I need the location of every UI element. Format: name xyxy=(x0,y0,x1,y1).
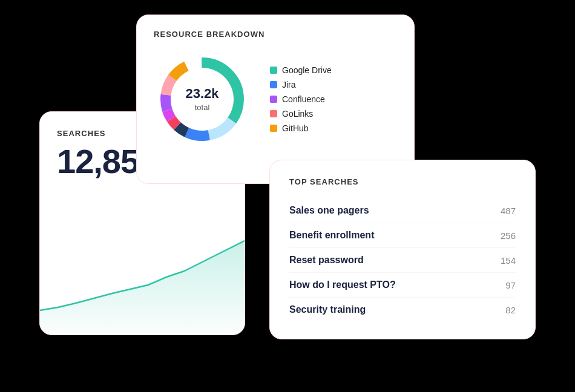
legend-item-jira: Jira xyxy=(270,80,332,90)
donut-number: 23.2k xyxy=(185,86,218,102)
search-rows: Sales one pagers 487 Benefit enrollment … xyxy=(289,198,516,322)
legend-item-confluence: Confluence xyxy=(270,94,332,104)
legend-item-googledrive: Google Drive xyxy=(270,65,332,75)
legend-label-golinks: GoLinks xyxy=(282,109,313,119)
resource-breakdown-card: RESOURCE BREAKDOWN xyxy=(136,15,415,184)
search-term-1: Sales one pagers xyxy=(289,205,369,216)
top-searches-card: TOP SEARCHES Sales one pagers 487 Benefi… xyxy=(269,160,536,339)
legend-dot-jira xyxy=(270,81,277,88)
chart-area xyxy=(40,214,245,335)
search-term-4: How do I request PTO? xyxy=(289,279,396,290)
donut-total-label: total xyxy=(195,103,210,112)
search-row-1: Sales one pagers 487 xyxy=(289,198,516,223)
search-row-5: Security training 82 xyxy=(289,298,516,322)
search-count-1: 487 xyxy=(501,206,516,216)
search-row-2: Benefit enrollment 256 xyxy=(289,223,516,248)
resource-content: 23.2k total Google Drive Jira Confluence xyxy=(154,51,397,148)
legend: Google Drive Jira Confluence GoLinks Git… xyxy=(270,65,332,133)
top-searches-title: TOP SEARCHES xyxy=(289,177,516,186)
search-count-4: 97 xyxy=(505,280,516,290)
legend-label-googledrive: Google Drive xyxy=(282,65,332,75)
legend-label-confluence: Confluence xyxy=(282,94,325,104)
legend-dot-github xyxy=(270,125,277,132)
search-term-5: Security training xyxy=(289,304,366,315)
resource-title: RESOURCE BREAKDOWN xyxy=(154,30,397,39)
search-row-4: How do I request PTO? 97 xyxy=(289,273,516,298)
search-term-3: Reset password xyxy=(289,255,364,266)
legend-dot-googledrive xyxy=(270,67,277,74)
search-count-3: 154 xyxy=(501,255,516,266)
legend-dot-confluence xyxy=(270,96,277,103)
search-count-5: 82 xyxy=(505,305,516,315)
donut-center: 23.2k total xyxy=(185,86,218,113)
search-count-2: 256 xyxy=(501,230,516,241)
search-row-3: Reset password 154 xyxy=(289,248,516,273)
legend-label-jira: Jira xyxy=(282,80,296,90)
legend-label-github: GitHub xyxy=(282,123,309,133)
legend-item-github: GitHub xyxy=(270,123,332,133)
legend-item-golinks: GoLinks xyxy=(270,109,332,119)
donut-chart: 23.2k total xyxy=(154,51,251,148)
legend-dot-golinks xyxy=(270,110,277,117)
search-term-2: Benefit enrollment xyxy=(289,230,374,241)
